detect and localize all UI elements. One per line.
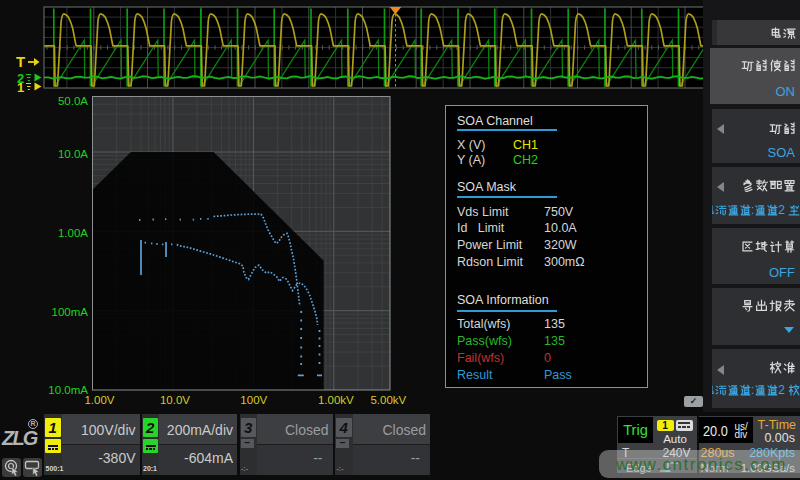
svg-text:100mA: 100mA <box>52 306 89 318</box>
svg-text:10.0V: 10.0V <box>160 394 190 406</box>
svg-text:10.0A: 10.0A <box>58 148 88 160</box>
svg-text:5.00kV: 5.00kV <box>370 394 406 406</box>
svg-text:50.0A: 50.0A <box>58 95 88 107</box>
svg-text:1.00V: 1.00V <box>84 394 114 406</box>
svg-text:10.0mA: 10.0mA <box>48 384 88 396</box>
svg-text:100V: 100V <box>240 394 267 406</box>
svg-text:1.00kV: 1.00kV <box>318 394 354 406</box>
svg-text:1.00A: 1.00A <box>58 227 88 239</box>
